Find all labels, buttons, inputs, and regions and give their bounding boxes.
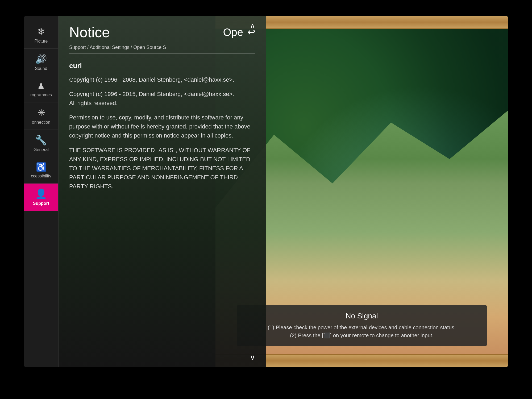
picture-icon: ❄ (37, 26, 45, 37)
copyright-1: Copyright (c) 1996 - 2008, Daniel Stenbe… (69, 75, 255, 84)
sidebar-item-general[interactable]: 🔧 General (24, 130, 58, 157)
connection-icon: ✳ (37, 107, 45, 118)
general-icon: 🔧 (35, 135, 47, 146)
sidebar-label-support: Support (33, 201, 49, 206)
sidebar-label-sound: Sound (35, 66, 47, 71)
scroll-down-button[interactable]: ∨ (250, 353, 255, 362)
programmes-icon: ♟ (37, 81, 45, 91)
license-section: curl Copyright (c) 1996 - 2008, Daniel S… (69, 59, 255, 191)
copyright-2: Copyright (c) 1996 - 2015, Daniel Stenbe… (69, 90, 255, 108)
breadcrumb: Support / Additional Settings / Open Sou… (59, 45, 266, 53)
scroll-up-button[interactable]: ∧ (250, 21, 255, 30)
lib-name: curl (69, 62, 255, 70)
accessibility-icon: ♿ (36, 162, 47, 172)
no-signal-item-1: (1) Please check the power of the extern… (245, 323, 478, 331)
sidebar-item-connection[interactable]: ✳ onnection (24, 102, 58, 130)
sidebar-item-picture[interactable]: ❄ Picture (24, 21, 58, 49)
sidebar-item-sound[interactable]: 🔊 Sound (24, 49, 58, 76)
main-content: Notice Ope ↩ Support / Additional Settin… (59, 16, 266, 367)
chevron-down-icon: ∨ (250, 353, 255, 361)
open-source-label: Ope (223, 26, 243, 38)
page-title: Notice (69, 24, 110, 40)
sidebar-item-support[interactable]: 👤 Support (24, 184, 58, 211)
content-area: curl Copyright (c) 1996 - 2008, Daniel S… (59, 54, 266, 357)
no-signal-title: No Signal (245, 312, 478, 320)
sidebar-label-accessibility: ccessibility (31, 174, 51, 178)
sidebar-label-general: General (34, 147, 49, 152)
bottom-bar (0, 367, 532, 399)
warranty-text: THE SOFTWARE IS PROVIDED "AS IS", WITHOU… (69, 146, 255, 191)
no-signal-text: (1) Please check the power of the extern… (245, 323, 478, 339)
sidebar-label-picture: Picture (35, 39, 48, 44)
no-signal-overlay: No Signal (1) Please check the power of … (237, 305, 487, 346)
sidebar-label-connection: onnection (32, 120, 50, 125)
sidebar-item-programmes[interactable]: ♟ rogrammes (24, 76, 58, 102)
sidebar-item-accessibility[interactable]: ♿ ccessibility (24, 157, 58, 184)
sidebar: ❄ Picture 🔊 Sound ♟ rogrammes ✳ onnectio… (24, 16, 59, 367)
header: Notice Ope ↩ (59, 16, 266, 45)
sound-icon: 🔊 (35, 53, 47, 65)
license-text: Copyright (c) 1996 - 2008, Daniel Stenbe… (69, 75, 255, 191)
permission-text: Permission to use, copy, modify, and dis… (69, 113, 255, 140)
sidebar-label-programmes: rogrammes (30, 93, 52, 97)
chevron-up-icon: ∧ (250, 22, 255, 30)
support-icon: 👤 (35, 188, 47, 200)
no-signal-item-2: (2) Press the [⬛] on your remote to chan… (245, 331, 478, 339)
